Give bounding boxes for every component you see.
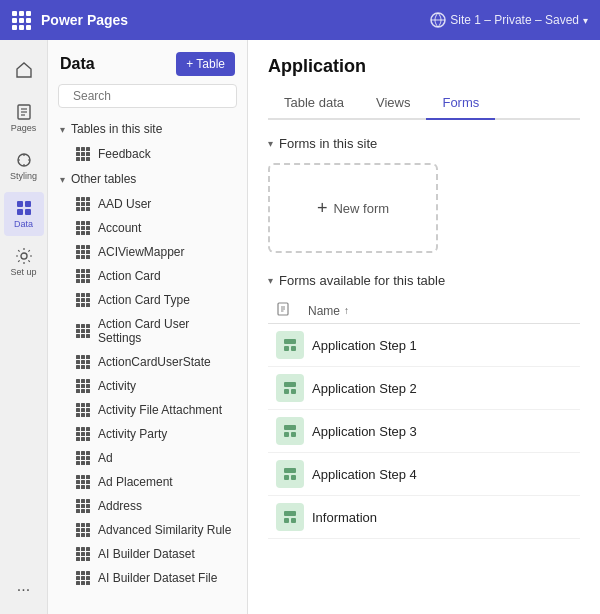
form-row[interactable]: Application Step 2 [268,367,580,410]
form-icon [276,460,304,488]
svg-rect-29 [284,511,296,516]
new-form-label: New form [333,201,389,216]
form-icon [276,417,304,445]
plus-icon: + [317,198,328,219]
tabs: Table data Views Forms [268,87,580,120]
nav-item-home[interactable] [4,48,44,92]
apps-icon[interactable] [12,11,31,30]
sidebar-item-aibuilderdatasetfile[interactable]: AI Builder Dataset File [48,566,247,590]
sidebar-item-aaduser[interactable]: AAD User [48,192,247,216]
form-name: Application Step 2 [312,381,417,396]
nav-item-pages[interactable]: Pages [4,96,44,140]
sidebar-item-label: Action Card User Settings [98,317,235,345]
sidebar-item-label: Ad [98,451,113,465]
sidebar-item-actioncardusersettings[interactable]: Action Card User Settings [48,312,247,350]
tab-table-data[interactable]: Table data [268,87,360,120]
nav-item-styling[interactable]: Styling [4,144,44,188]
form-row[interactable]: Application Step 4 [268,453,580,496]
search-input[interactable] [73,89,223,103]
chevron-other-icon: ▾ [60,174,65,185]
sidebar-item-label: AI Builder Dataset [98,547,195,561]
chevron-down-icon[interactable]: ▾ [583,15,588,26]
sidebar-item-label: AAD User [98,197,151,211]
svg-rect-22 [291,389,296,394]
sidebar-item-actioncard[interactable]: Action Card [48,264,247,288]
sidebar-item-adplacement[interactable]: Ad Placement [48,470,247,494]
sidebar-item-label: Activity File Attachment [98,403,222,417]
nav-more-button[interactable]: ··· [4,574,44,606]
other-tables-label: Other tables [71,172,136,186]
sidebar-item-account[interactable]: Account [48,216,247,240]
sidebar-item-advancedsimilarityrule[interactable]: Advanced Similarity Rule [48,518,247,542]
svg-rect-26 [284,468,296,473]
sidebar-item-feedback[interactable]: Feedback [48,142,247,166]
forms-available-header: ▾ Forms available for this table [268,273,580,288]
table-icon [76,269,90,283]
svg-rect-27 [284,475,289,480]
search-bar[interactable] [58,84,237,108]
form-icon [276,503,304,531]
svg-rect-18 [284,346,289,351]
sidebar-item-activityparty[interactable]: Activity Party [48,422,247,446]
sidebar-item-label: Activity Party [98,427,167,441]
tab-forms[interactable]: Forms [426,87,495,120]
table-icon [76,451,90,465]
svg-rect-7 [25,201,31,207]
svg-rect-21 [284,389,289,394]
svg-rect-30 [284,518,289,523]
sidebar-item-label: Address [98,499,142,513]
svg-rect-6 [17,201,23,207]
nav-label-setup: Set up [10,267,36,277]
site-icon [430,12,446,28]
other-tables-header[interactable]: ▾ Other tables [48,166,247,192]
sidebar-item-activityfileattachment[interactable]: Activity File Attachment [48,398,247,422]
site-info[interactable]: Site 1 – Private – Saved ▾ [430,12,588,28]
chevron-tables-icon: ▾ [60,124,65,135]
table-icon [76,293,90,307]
form-name: Application Step 1 [312,338,417,353]
app-title: Power Pages [41,12,128,28]
sidebar-item-aciviewmapper[interactable]: ACIViewMapper [48,240,247,264]
form-row[interactable]: Application Step 3 [268,410,580,453]
form-row[interactable]: Application Step 1 [268,324,580,367]
tables-in-site-header[interactable]: ▾ Tables in this site [48,116,247,142]
form-row[interactable]: Information [268,496,580,539]
col-name-header[interactable]: Name ↑ [308,304,572,318]
table-icon [76,475,90,489]
topbar: Power Pages Site 1 – Private – Saved ▾ [0,0,600,40]
forms-in-site-header: ▾ Forms in this site [268,136,580,151]
tables-in-site-label: Tables in this site [71,122,162,136]
svg-rect-17 [284,339,296,344]
sidebar-item-label: Advanced Similarity Rule [98,523,231,537]
table-icon [76,523,90,537]
table-icon [76,221,90,235]
table-icon [76,427,90,441]
table-icon [76,379,90,393]
svg-point-10 [21,253,27,259]
svg-rect-23 [284,425,296,430]
forms-table-header: Name ↑ [268,298,580,324]
sidebar-item-label: Action Card Type [98,293,190,307]
nav-item-setup[interactable]: Set up [4,240,44,284]
svg-rect-9 [25,209,31,215]
sidebar-item-actioncardtype[interactable]: Action Card Type [48,288,247,312]
svg-rect-19 [291,346,296,351]
forms-in-site-label: Forms in this site [279,136,377,151]
svg-rect-8 [17,209,23,215]
sidebar-item-aibuilderdataset[interactable]: AI Builder Dataset [48,542,247,566]
chevron-available-icon: ▾ [268,275,273,286]
nav-item-data[interactable]: Data [4,192,44,236]
form-icon [276,374,304,402]
sidebar: Data + Table ▾ Tables in this site Feedb… [48,40,248,614]
form-name: Application Step 4 [312,467,417,482]
sidebar-item-actioncarduserstate[interactable]: ActionCardUserState [48,350,247,374]
sidebar-item-address[interactable]: Address [48,494,247,518]
add-table-button[interactable]: + Table [176,52,235,76]
svg-rect-28 [291,475,296,480]
tab-views[interactable]: Views [360,87,426,120]
page-title: Application [268,56,580,77]
sidebar-item-activity[interactable]: Activity [48,374,247,398]
sidebar-item-ad[interactable]: Ad [48,446,247,470]
icon-nav: Pages Styling Data Set up ··· [0,40,48,614]
new-form-card[interactable]: + New form [268,163,438,253]
